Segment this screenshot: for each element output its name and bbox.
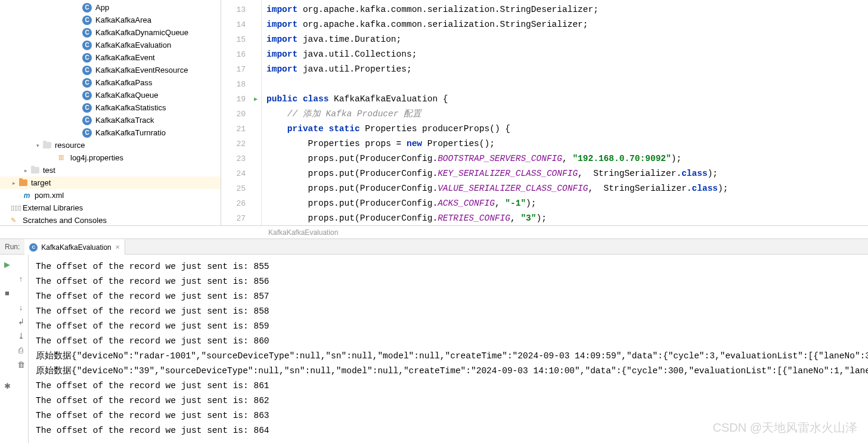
tree-item-label: KafkaKafkaTurnratio — [95, 128, 166, 137]
tree-item[interactable]: mpom.xml — [0, 189, 221, 202]
console-line: The offset of the record we just sent is… — [36, 259, 861, 274]
code-line[interactable]: props.put(ProducerConfig.VALUE_SERIALIZE… — [266, 181, 868, 196]
run-tab-title: KafkaKafkaEvaluation — [41, 243, 111, 252]
code-line[interactable]: props.put(ProducerConfig.RETRIES_CONFIG,… — [266, 211, 868, 225]
code-line[interactable] — [266, 77, 868, 92]
tree-item[interactable]: CKafkaKafkaEvaluation — [0, 39, 221, 51]
tree-item[interactable]: ▸target — [0, 176, 221, 189]
tree-item[interactable]: CKafkaKafkaPass — [0, 76, 221, 89]
tree-item[interactable]: CKafkaKafkaEventResource — [0, 64, 221, 76]
class-icon: C — [82, 128, 92, 138]
run-label: Run: — [0, 243, 24, 251]
down-arrow-icon[interactable]: ↓ — [16, 302, 26, 312]
code-line[interactable]: private static Properties producerProps(… — [266, 122, 868, 137]
tree-item[interactable]: ▯▯▯External Libraries — [0, 202, 221, 214]
line-number[interactable]: 25 — [221, 181, 261, 196]
code-line[interactable]: import java.time.Duration; — [266, 32, 868, 47]
class-icon: C — [82, 41, 92, 50]
tree-item[interactable]: CKafkaKafkaTurnratio — [0, 126, 221, 139]
code-line[interactable]: // 添加 Kafka Producer 配置 — [266, 107, 868, 122]
line-number[interactable]: 27 — [221, 211, 261, 225]
tree-item[interactable]: CKafkaKafkaArea — [0, 14, 221, 26]
tree-item[interactable]: CKafkaKafkaDynamicQueue — [0, 26, 221, 39]
console-line: The offset of the record we just sent is… — [36, 274, 861, 289]
run-toolbar: ▶ ↑ ■ ↓ ↲ ⤓ ⎙ 🗑 ✱ — [0, 255, 29, 443]
line-number[interactable]: 24 — [221, 166, 261, 181]
tree-item[interactable]: CKafkaKafkaQueue — [0, 89, 221, 101]
line-number[interactable]: 21 — [221, 122, 261, 137]
tree-item-label: KafkaKafkaEvaluation — [95, 41, 171, 49]
close-icon[interactable]: ✕ — [115, 244, 120, 250]
tree-item-label: log4j.properties — [70, 153, 123, 162]
folder-icon — [19, 179, 27, 186]
folder-icon — [43, 142, 51, 148]
tree-item[interactable]: CKafkaKafkaStatistics — [0, 101, 221, 114]
class-icon: C — [82, 3, 92, 13]
class-icon: C — [82, 53, 92, 63]
tree-item[interactable]: ▾resource — [0, 139, 221, 151]
tree-item-label: KafkaKafkaArea — [95, 16, 151, 24]
code-line[interactable]: props.put(ProducerConfig.KEY_SERIALIZER_… — [266, 166, 868, 181]
line-number[interactable]: 14 — [221, 17, 261, 32]
class-icon: C — [29, 243, 38, 252]
tree-item-label: App — [95, 3, 109, 12]
tree-item-label: External Libraries — [23, 203, 83, 212]
run-tab[interactable]: C KafkaKafkaEvaluation ✕ — [24, 239, 125, 255]
code-line[interactable]: import java.util.Properties; — [266, 62, 868, 77]
debug-icon[interactable]: ✱ — [2, 381, 12, 391]
line-number[interactable]: 19 — [221, 92, 261, 107]
code-line[interactable]: public class KafkaKafkaEvaluation { — [266, 92, 868, 107]
class-icon: C — [82, 16, 92, 25]
code-editor[interactable]: 131415161718192021222324252627 import or… — [221, 0, 868, 225]
tree-item[interactable]: ▥log4j.properties — [0, 151, 221, 164]
rerun-icon[interactable]: ▶ — [2, 259, 12, 269]
line-number[interactable]: 15 — [221, 32, 261, 47]
tree-item[interactable]: CKafkaKafkaEvent — [0, 51, 221, 64]
stop-icon[interactable]: ■ — [2, 288, 12, 298]
project-tree[interactable]: CAppCKafkaKafkaAreaCKafkaKafkaDynamicQue… — [0, 0, 221, 225]
chevron-down-icon[interactable]: ▾ — [35, 142, 41, 148]
line-number[interactable]: 13 — [221, 2, 261, 17]
class-icon: C — [82, 66, 92, 75]
soft-wrap-icon[interactable]: ↲ — [16, 317, 26, 326]
code-line[interactable]: props.put(ProducerConfig.ACKS_CONFIG, "-… — [266, 196, 868, 211]
scroll-to-end-icon[interactable]: ⤓ — [16, 331, 26, 340]
clear-icon[interactable]: 🗑 — [16, 360, 26, 369]
class-icon: C — [82, 28, 92, 38]
class-icon: C — [82, 116, 92, 125]
line-number[interactable]: 26 — [221, 196, 261, 211]
tree-item[interactable]: ▸test — [0, 164, 221, 176]
line-number[interactable]: 22 — [221, 137, 261, 151]
tree-item-label: KafkaKafkaEvent — [95, 53, 155, 62]
console-line: The offset of the record we just sent is… — [36, 304, 861, 319]
console-output[interactable]: The offset of the record we just sent is… — [29, 255, 868, 443]
class-icon: C — [82, 91, 92, 100]
print-icon[interactable]: ⎙ — [16, 345, 26, 355]
console-line: The offset of the record we just sent is… — [36, 394, 861, 408]
line-number[interactable]: 16 — [221, 47, 261, 62]
line-number[interactable]: 20 — [221, 107, 261, 122]
tree-item-label: target — [31, 178, 51, 187]
tree-item-label: pom.xml — [35, 191, 64, 200]
tree-item-label: test — [43, 166, 55, 175]
up-arrow-icon[interactable]: ↑ — [16, 274, 26, 283]
code-line[interactable]: import java.util.Collections; — [266, 47, 868, 62]
tree-item[interactable]: CKafkaKafkaTrack — [0, 114, 221, 126]
code-line[interactable]: props.put(ProducerConfig.BOOTSTRAP_SERVE… — [266, 151, 868, 166]
line-number[interactable]: 18 — [221, 77, 261, 92]
code-line[interactable]: import org.apache.kafka.common.serializa… — [266, 2, 868, 17]
console-line: The offset of the record we just sent is… — [36, 319, 861, 334]
tree-item[interactable]: ✎Scratches and Consoles — [0, 214, 221, 225]
chevron-right-icon[interactable]: ▸ — [11, 180, 17, 186]
code-pane[interactable]: import org.apache.kafka.common.serializa… — [262, 0, 868, 225]
folder-icon — [31, 167, 39, 174]
code-line[interactable]: import org.apache.kafka.common.serializa… — [266, 17, 868, 32]
tree-item-label: KafkaKafkaDynamicQueue — [95, 28, 188, 37]
tree-item[interactable]: CApp — [0, 1, 221, 14]
code-line[interactable]: Properties props = new Properties(); — [266, 137, 868, 151]
chevron-right-icon[interactable]: ▸ — [23, 168, 29, 174]
line-number[interactable]: 23 — [221, 151, 261, 166]
tree-item-label: KafkaKafkaQueue — [95, 91, 159, 100]
line-number[interactable]: 17 — [221, 62, 261, 77]
breadcrumb[interactable]: KafkaKafkaEvaluation — [0, 225, 868, 238]
